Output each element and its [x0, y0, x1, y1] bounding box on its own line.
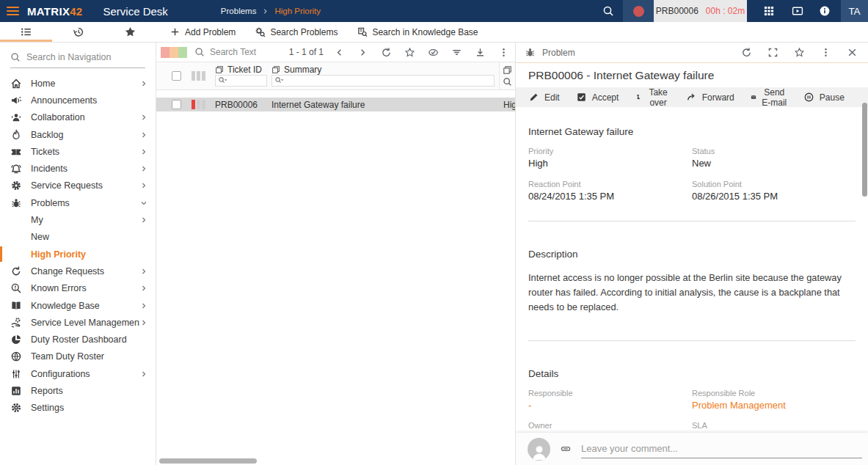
favorite-icon[interactable] [794, 47, 805, 58]
page-actions: Add Problem Search Problems Search in Kn… [156, 22, 478, 42]
close-icon[interactable] [847, 47, 858, 58]
summary-cell: Internet Gateway failure [271, 100, 503, 110]
sidebar-item-home[interactable]: Home [0, 75, 156, 92]
book-icon [10, 300, 22, 312]
sidebar-item-duty-roster-dashboard[interactable]: Duty Roster Dashboard [0, 331, 156, 348]
sidebar-item-reports[interactable]: Reports [0, 382, 156, 399]
sidebar-item-label: Tickets [31, 147, 139, 157]
sidebar-item-backlog[interactable]: Backlog [0, 126, 156, 143]
sidebar-item-announcements[interactable]: Announcements [0, 92, 156, 109]
column-icon [215, 65, 224, 74]
sidebar-item-label: Configurations [31, 369, 139, 379]
column-header-summary[interactable]: Summary [271, 65, 495, 75]
sidebar-item-collaboration[interactable]: Collaboration [0, 109, 156, 126]
home-icon [10, 78, 22, 89]
global-search-icon[interactable] [602, 5, 614, 17]
sidebar-item-change-requests[interactable]: Change Requests [0, 263, 156, 279]
sidebar-item-configurations[interactable]: Configurations [0, 365, 156, 382]
refresh-icon[interactable] [741, 47, 752, 58]
sidebar-item-known-errors[interactable]: Known Errors [0, 280, 156, 297]
multi-select-icon[interactable] [428, 47, 439, 58]
sidebar-nav: HomeAnnouncementsCollaborationBacklogTic… [0, 75, 156, 417]
column-chooser-icon[interactable] [503, 65, 512, 75]
sidebar-item-label: New [31, 232, 148, 242]
export-icon[interactable] [475, 47, 486, 58]
tab-navigation[interactable] [0, 22, 52, 42]
field-value: 08/26/2015 1:35 PM [692, 191, 847, 202]
sidebar-item-high-priority[interactable]: High Priority [0, 246, 156, 263]
attach-icon[interactable] [560, 443, 572, 455]
menu-icon[interactable] [7, 7, 19, 15]
matrix42-logo: MATRIX42 [27, 5, 82, 18]
favorite-icon[interactable] [404, 47, 415, 58]
grid-search[interactable] [194, 47, 289, 57]
table-row[interactable]: PRB00006Internet Gateway failureHigh [156, 98, 515, 111]
info-icon[interactable] [819, 5, 831, 17]
legend-color-chip[interactable] [161, 47, 169, 58]
preview-content: Internet Gateway failure PriorityHighSta… [516, 107, 868, 433]
user-avatar[interactable]: TA [841, 0, 868, 22]
summary-filter[interactable] [271, 75, 495, 87]
horizontal-scrollbar[interactable] [159, 458, 257, 464]
sidebar-item-service-level-management[interactable]: Service Level Management [0, 314, 156, 331]
search-problems-label: Search Problems [270, 27, 338, 37]
sidebar-item-service-requests[interactable]: Service Requests [0, 177, 156, 194]
send-e-mail-button[interactable]: Send E-mail [751, 87, 787, 108]
grid-search-input[interactable] [210, 47, 289, 57]
sidebar-item-team-duty-roster[interactable]: Team Duty Roster [0, 348, 156, 365]
ticket-id-cell: PRB00006 [215, 100, 271, 110]
legend-color-chip[interactable] [178, 47, 187, 58]
ticket-id-filter[interactable] [215, 75, 267, 87]
chevron-right-icon [261, 7, 269, 15]
forward-button[interactable]: Forward [686, 92, 734, 103]
vertical-scrollbar[interactable] [862, 103, 867, 197]
take-over-icon [635, 92, 641, 103]
navigation-search-input[interactable] [26, 52, 145, 62]
search-knowledge-base-button[interactable]: Search in Knowledge Base [357, 26, 478, 37]
more-menu-icon[interactable] [498, 47, 509, 58]
sidebar-item-my[interactable]: My [0, 211, 156, 228]
take-over-button[interactable]: Take over [635, 87, 669, 108]
apps-grid-icon[interactable] [763, 5, 775, 17]
comment-input[interactable] [581, 439, 862, 458]
screen-cast-icon[interactable] [791, 5, 804, 17]
tab-history[interactable] [52, 22, 104, 42]
field-label: Priority [528, 147, 683, 155]
sidebar-item-problems[interactable]: Problems [0, 194, 156, 211]
refresh-icon[interactable] [381, 47, 392, 58]
record-button[interactable] [623, 0, 654, 22]
sidebar-item-tickets[interactable]: Tickets [0, 143, 156, 160]
prev-page-icon[interactable] [334, 47, 345, 58]
add-problem-button[interactable]: Add Problem [169, 26, 236, 37]
preview-header: Problem [516, 43, 868, 63]
sidebar-item-new[interactable]: New [0, 229, 156, 246]
row-checkbox[interactable] [172, 100, 181, 109]
sidebar-item-settings[interactable]: Settings [0, 400, 156, 417]
legend-color-chip[interactable] [169, 47, 178, 58]
matrix42-service-desk-app: MATRIX42 Service Desk Problems High Prio… [0, 0, 868, 465]
search-icon[interactable] [503, 77, 512, 87]
select-all-checkbox[interactable] [172, 71, 181, 81]
sidebar-item-knowledge-base[interactable]: Knowledge Base [0, 297, 156, 314]
timer-widget[interactable]: PRB00006 00h : 02m [654, 0, 747, 22]
search-problems-button[interactable]: Search Problems [255, 26, 338, 37]
ticket-icon [10, 146, 22, 158]
sidebar-item-incidents[interactable]: Incidents [0, 160, 156, 177]
arrow-forward-icon [686, 92, 697, 103]
record-icon [633, 6, 644, 17]
problem-title: PRB00006 - Internet Gateway failure [516, 63, 868, 87]
navigation-search[interactable] [10, 52, 145, 68]
column-header-ticket-id[interactable]: Ticket ID [215, 65, 267, 75]
breadcrumb-parent[interactable]: Problems [221, 7, 257, 15]
field-value[interactable]: - [528, 400, 683, 411]
tab-favorites[interactable] [104, 22, 156, 42]
accept-button[interactable]: Accept [576, 92, 619, 103]
next-page-icon[interactable] [357, 47, 368, 58]
edit-button[interactable]: Edit [528, 92, 560, 103]
expand-icon[interactable] [767, 47, 778, 58]
field-value[interactable]: Problem Management [692, 400, 847, 411]
filter-icon[interactable] [451, 47, 462, 58]
more-menu-icon[interactable] [820, 47, 831, 58]
preview-header-icons [741, 47, 858, 58]
pause-button[interactable]: Pause [803, 92, 845, 103]
